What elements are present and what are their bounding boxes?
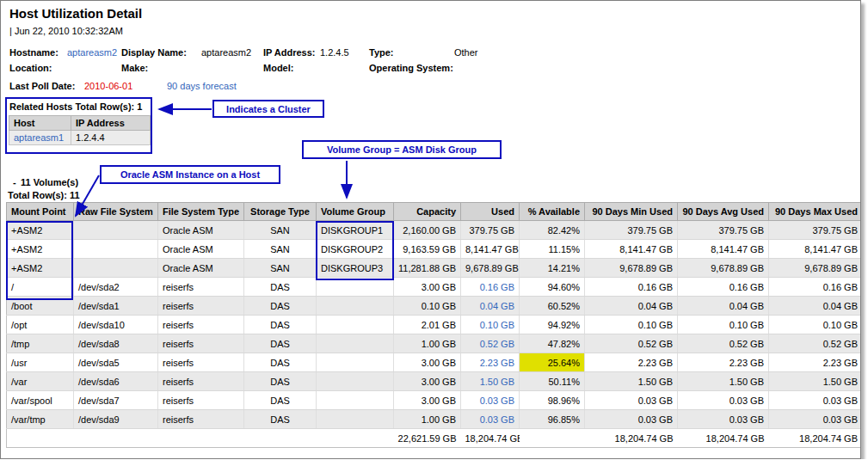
cell-avail: 94.92%	[520, 316, 585, 334]
cell-fstype: reiserfs	[158, 334, 244, 353]
cell-avg: 0.16 GB	[678, 278, 769, 297]
cell-raw	[74, 259, 158, 278]
column-header-max: 90 Days Max Used	[769, 203, 862, 221]
type-label: Type:	[369, 47, 394, 58]
cell-fstype: Oracle ASM	[158, 221, 244, 240]
forecast-link[interactable]: 90 days forecast	[167, 81, 237, 91]
page-title: Host Utilization Detail	[9, 6, 142, 21]
report-timestamp: | Jun 22, 2010 10:32:32AM	[9, 26, 123, 36]
related-hosts-table: Host IP Address aptareasm11.2.4.4	[9, 115, 151, 145]
hostname-value-link[interactable]: aptareasm2	[67, 47, 117, 58]
related-hosts-col-host: Host	[9, 116, 71, 131]
related-hosts-body: aptareasm11.2.4.4	[9, 131, 151, 145]
ip-address-label: IP Address:	[263, 47, 316, 58]
cell-capacity: 9,163.59 GB	[394, 240, 461, 259]
cell-fstype: reiserfs	[158, 297, 244, 316]
cell-min: 8,141.47 GB	[585, 240, 678, 259]
cell-raw	[74, 240, 158, 259]
cell-avg: 379.75 GB	[678, 221, 769, 240]
column-header-mount: Mount Point	[7, 203, 74, 221]
used-value-link[interactable]: 0.16 GB	[480, 282, 514, 292]
volumes-count-label: 11 Volume(s)	[21, 177, 78, 187]
column-header-storage: Storage Type	[244, 203, 317, 221]
column-header-avail: % Available	[520, 203, 585, 221]
cell-storage: SAN	[244, 221, 317, 240]
cell-avg: 0.52 GB	[678, 334, 769, 353]
cell-max: 0.10 GB	[769, 316, 862, 334]
cell-avail: 94.60%	[520, 278, 585, 297]
cell-raw: /dev/sda9	[74, 410, 158, 429]
callout-volume-group: Volume Group = ASM Disk Group	[302, 140, 502, 159]
related-host-row: aptareasm11.2.4.4	[9, 131, 151, 145]
cell-used: 9,678.89 GB	[461, 259, 520, 278]
cell-storage: DAS	[244, 334, 317, 353]
related-hosts-col-ip: IP Address	[71, 116, 151, 131]
volume-row: //dev/sda2reiserfsDAS3.00 GB0.16 GB94.60…	[7, 278, 862, 297]
cell-capacity: 0.10 GB	[394, 297, 461, 316]
last-poll-date-value: 2010-06-01	[84, 81, 132, 91]
used-value-link[interactable]: 0.04 GB	[480, 301, 514, 311]
volumes-collapse-toggle[interactable]: -	[13, 177, 16, 187]
cell-avg: 0.03 GB	[678, 410, 769, 429]
related-host-name-cell: aptareasm1	[9, 131, 71, 145]
related-hosts-title: Related Hosts Total Row(s): 1	[9, 101, 142, 112]
cell-mount: /var	[7, 372, 74, 391]
cell-min: 1.50 GB	[585, 372, 678, 391]
operating-system-label: Operating System:	[369, 63, 453, 73]
cell-capacity: 1.00 GB	[394, 410, 461, 429]
cell-min: 9,678.89 GB	[585, 259, 678, 278]
cell-used: 0.03 GB	[461, 391, 520, 410]
cell-raw	[74, 221, 158, 240]
volume-row: /usr/dev/sda5reiserfsDAS3.00 GB2.23 GB25…	[7, 353, 862, 372]
cell-max: 8,141.47 GB	[769, 240, 862, 259]
cell-raw: /dev/sda1	[74, 297, 158, 316]
cell-max: 379.75 GB	[769, 221, 862, 240]
related-host-link[interactable]: aptareasm1	[14, 132, 64, 143]
cell-max: 0.04 GB	[769, 297, 862, 316]
cell-avail: 98.96%	[520, 391, 585, 410]
cell-min: 0.04 GB	[585, 297, 678, 316]
cell-used: 2.23 GB	[461, 353, 520, 372]
column-header-fstype: File System Type	[158, 203, 244, 221]
cell-mount: /tmp	[7, 334, 74, 353]
cell-storage: DAS	[244, 278, 317, 297]
used-value-link[interactable]: 1.50 GB	[480, 377, 514, 387]
used-value-link[interactable]: 0.10 GB	[480, 320, 514, 330]
cell-fstype: reiserfs	[158, 353, 244, 372]
cell-storage: DAS	[244, 297, 317, 316]
totals-empty	[7, 429, 394, 448]
cell-avg: 2.23 GB	[678, 353, 769, 372]
column-header-capacity: Capacity	[394, 203, 461, 221]
display-name-value: aptareasm2	[201, 47, 251, 58]
volume-table-body: +ASM2Oracle ASMSANDISKGROUP12,160.00 GB3…	[7, 221, 862, 429]
cell-used: 0.16 GB	[461, 278, 520, 297]
cell-avg: 8,141.47 GB	[678, 240, 769, 259]
cell-storage: SAN	[244, 259, 317, 278]
totals-available-empty	[520, 429, 585, 448]
cell-min: 0.16 GB	[585, 278, 678, 297]
total-min-used: 18,204.74 GB	[585, 429, 678, 448]
callout-oracle-asm: Oracle ASM Instance on a Host	[100, 165, 280, 184]
cell-fstype: reiserfs	[158, 372, 244, 391]
cell-avail: 25.64%	[520, 353, 585, 372]
cell-storage: DAS	[244, 391, 317, 410]
cell-avail: 82.42%	[520, 221, 585, 240]
make-label: Make:	[121, 63, 148, 73]
used-value-link[interactable]: 0.03 GB	[480, 414, 514, 425]
cell-avail: 47.82%	[520, 334, 585, 353]
cell-vg	[317, 278, 394, 297]
cell-fstype: Oracle ASM	[158, 240, 244, 259]
cell-capacity: 3.00 GB	[394, 391, 461, 410]
column-header-used: Used	[461, 203, 520, 221]
cell-capacity: 3.00 GB	[394, 353, 461, 372]
cell-raw: /dev/sda2	[74, 278, 158, 297]
used-value-link[interactable]: 0.52 GB	[480, 339, 514, 349]
volume-row: +ASM2Oracle ASMSANDISKGROUP29,163.59 GB8…	[7, 240, 862, 259]
cell-avail: 50.11%	[520, 372, 585, 391]
cell-min: 2.23 GB	[585, 353, 678, 372]
used-value-link[interactable]: 0.03 GB	[480, 395, 514, 406]
cell-fstype: reiserfs	[158, 316, 244, 334]
cell-vg	[317, 391, 394, 410]
cell-fstype: reiserfs	[158, 410, 244, 429]
used-value-link[interactable]: 2.23 GB	[480, 358, 514, 368]
